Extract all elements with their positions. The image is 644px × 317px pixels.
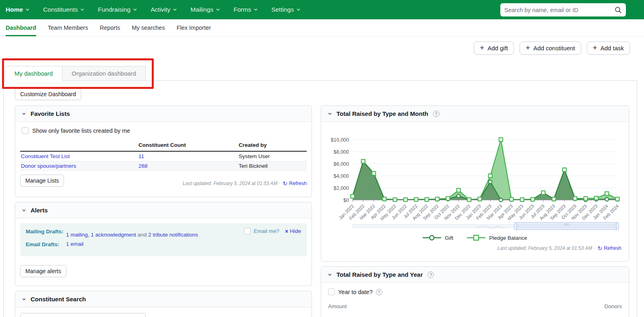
- svg-text:$4,000: $4,000: [334, 173, 349, 179]
- chevron-down-icon: [216, 8, 220, 11]
- favorite-lists-header: Favorite Lists: [15, 106, 312, 122]
- tribute-notifications-link[interactable]: 2 tribute notifications: [148, 232, 198, 238]
- favorites-filter-checkbox[interactable]: [22, 127, 29, 134]
- left-column: Favorite Lists Show only favorite lists …: [15, 105, 312, 317]
- raised-by-month-chart[interactable]: $0$2,000$4,000$6,000$8,000$10,000Jan 202…: [324, 123, 625, 232]
- collapse-chevron-icon[interactable]: [328, 274, 332, 276]
- collapse-chevron-icon[interactable]: [22, 298, 26, 301]
- list-count-link[interactable]: 268: [138, 163, 148, 169]
- refresh-link[interactable]: ↻ Refresh: [597, 245, 621, 251]
- plus-icon: +: [593, 44, 597, 51]
- constituent-search-input[interactable]: [20, 313, 146, 317]
- secondary-nav: Dashboard Team Members Reports My search…: [0, 19, 644, 37]
- constituent-search-panel: Constituent Search: [15, 291, 312, 317]
- constituent-search-header: Constituent Search: [15, 291, 312, 307]
- subnav-item-my-searches[interactable]: My searches: [132, 19, 165, 36]
- nav-item-settings-label: Settings: [271, 6, 294, 13]
- chevron-down-icon: [173, 8, 177, 11]
- subnav-item-reports[interactable]: Reports: [100, 19, 120, 36]
- favorites-filter-label: Show only favorite lists created by me: [32, 128, 130, 134]
- close-icon: ×: [285, 228, 288, 235]
- refresh-link[interactable]: ↻ Refresh: [283, 180, 307, 187]
- panel-title: Total Raised by Type and Year: [336, 271, 423, 278]
- nav-item-forms[interactable]: Forms: [233, 6, 258, 13]
- refresh-icon: ↻: [597, 245, 602, 251]
- subnav-item-flex-importer[interactable]: Flex Importer: [177, 19, 211, 36]
- email-me-checkbox[interactable]: [244, 228, 251, 235]
- mailing-drafts-label: Mailing Drafts:: [26, 228, 66, 238]
- email-me-label: Email me?: [254, 228, 279, 234]
- total-raised-month-panel: Total Raised by Type and Month ? $0$2,00…: [321, 105, 629, 261]
- favorite-lists-panel: Favorite Lists Show only favorite lists …: [15, 105, 312, 197]
- last-updated-text: Last updated: February 5, 2024 at 01:53 …: [183, 181, 280, 186]
- nav-item-activity[interactable]: Activity: [151, 6, 177, 13]
- subnav-item-dashboard[interactable]: Dashboard: [6, 19, 36, 36]
- subnav-item-team-members[interactable]: Team Members: [48, 19, 88, 36]
- hide-alerts-link[interactable]: × Hide: [285, 228, 301, 235]
- table-row: Donor spouse/partners 268 Teri Bicknell: [20, 161, 307, 171]
- list-count-link[interactable]: 11: [138, 153, 144, 159]
- svg-text:$2,000: $2,000: [334, 185, 349, 191]
- legend-item-pledge-balance[interactable]: Pledge Balance: [467, 235, 527, 241]
- refresh-label: Refresh: [604, 245, 621, 251]
- and-text: and: [136, 232, 148, 238]
- nav-item-settings[interactable]: Settings: [271, 6, 300, 13]
- last-updated-text: Last updated: February 5, 2024 at 01:53 …: [497, 245, 595, 251]
- total-raised-year-header: Total Raised by Type and Year ?: [321, 267, 629, 283]
- legend-label: Gift: [445, 235, 453, 241]
- dashboard-tabs: My dashboard Organization dashboard: [5, 66, 146, 81]
- mailing-drafts-link[interactable]: 1 mailing, 1 acknowledgment: [66, 232, 136, 238]
- year-to-date-checkbox[interactable]: [328, 288, 335, 295]
- tab-my-dashboard[interactable]: My dashboard: [5, 66, 62, 81]
- email-drafts-link[interactable]: 1 email: [66, 241, 84, 247]
- nav-item-mailings-label: Mailings: [190, 6, 213, 13]
- svg-text:$10,000: $10,000: [331, 137, 349, 143]
- nav-item-fundraising[interactable]: Fundraising: [98, 6, 137, 13]
- search-input[interactable]: [504, 7, 615, 13]
- amount-column-label: Amount: [328, 303, 347, 309]
- collapse-chevron-icon[interactable]: [328, 113, 332, 115]
- help-icon[interactable]: ?: [376, 289, 382, 295]
- collapse-chevron-icon[interactable]: [22, 113, 26, 115]
- quick-actions: + Add gift + Add constituent + Add task: [474, 41, 630, 55]
- panel-title: Alerts: [31, 207, 48, 214]
- help-icon[interactable]: ?: [427, 272, 434, 278]
- email-me-control: Email me?: [244, 228, 279, 235]
- nav-item-fundraising-label: Fundraising: [98, 6, 130, 13]
- help-icon[interactable]: ?: [433, 111, 440, 117]
- nav-item-mailings[interactable]: Mailings: [190, 6, 220, 13]
- nav-item-activity-label: Activity: [151, 6, 170, 13]
- tab-organization-dashboard[interactable]: Organization dashboard: [62, 66, 146, 81]
- customize-dashboard-button[interactable]: Customize Dashboard: [15, 88, 81, 100]
- add-constituent-label: Add constituent: [533, 45, 575, 51]
- col-header-created-by: Created by: [238, 140, 307, 151]
- favorite-lists-table: Constituent Count Created by Constituent…: [20, 140, 307, 171]
- alerts-panel: Alerts Mailing Drafts: 1 mailing, 1 ackn…: [15, 202, 312, 286]
- created-by-value: Teri Bicknell: [238, 161, 307, 171]
- manage-alerts-button[interactable]: Manage alerts: [20, 265, 66, 277]
- add-task-label: Add task: [601, 45, 624, 51]
- nav-item-forms-label: Forms: [233, 6, 251, 13]
- collapse-chevron-icon[interactable]: [22, 209, 26, 212]
- plus-icon: +: [480, 44, 484, 51]
- chevron-down-icon: [80, 8, 84, 11]
- add-gift-button[interactable]: + Add gift: [474, 41, 514, 55]
- nav-item-home[interactable]: Home: [6, 6, 29, 13]
- manage-lists-button[interactable]: Manage Lists: [20, 175, 64, 187]
- refresh-icon: ↻: [283, 180, 287, 187]
- chart-legend: GiftPledge Balance: [324, 235, 625, 241]
- search-icon[interactable]: [615, 6, 622, 14]
- email-drafts-label: Email Drafts:: [26, 241, 66, 248]
- nav-item-home-label: Home: [6, 6, 23, 13]
- list-link[interactable]: Donor spouse/partners: [21, 163, 76, 169]
- list-link[interactable]: Constituent Test List: [21, 153, 70, 159]
- chevron-down-icon: [26, 8, 29, 11]
- add-constituent-button[interactable]: + Add constituent: [520, 41, 581, 55]
- year-to-date-label: Year to date?: [338, 289, 373, 295]
- chevron-down-icon: [297, 8, 300, 11]
- top-navbar: Home Constituents Fundraising Activity M…: [0, 0, 644, 19]
- col-header-count: Constituent Count: [138, 140, 238, 151]
- legend-item-gift[interactable]: Gift: [423, 235, 453, 241]
- nav-item-constituents[interactable]: Constituents: [43, 6, 84, 13]
- add-task-button[interactable]: + Add task: [587, 41, 630, 55]
